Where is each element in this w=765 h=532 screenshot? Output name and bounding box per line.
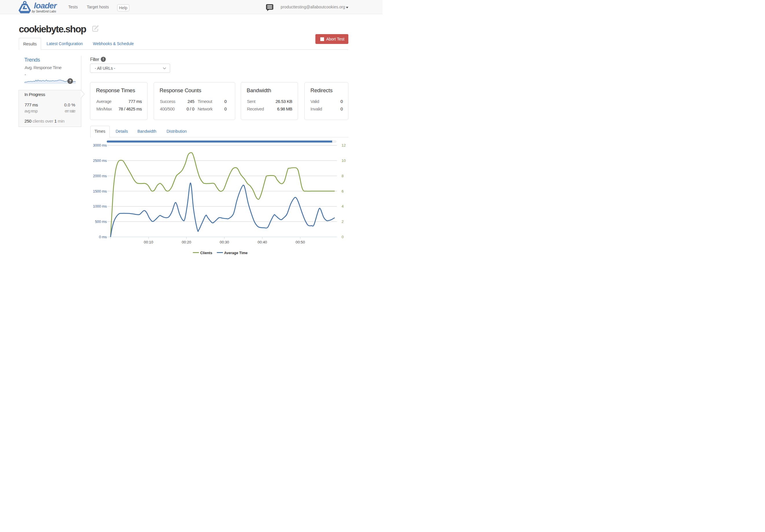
svg-text:2000 ms: 2000 ms — [93, 174, 107, 178]
svg-text:00:50: 00:50 — [296, 240, 305, 244]
svg-text:00:10: 00:10 — [144, 240, 153, 244]
svg-text:2: 2 — [342, 219, 344, 224]
svg-text:3000 ms: 3000 ms — [93, 143, 107, 147]
svg-text:12: 12 — [342, 143, 346, 147]
svg-text:00:30: 00:30 — [220, 240, 229, 244]
svg-text:Clients: Clients — [200, 251, 212, 255]
svg-text:10: 10 — [342, 158, 346, 163]
svg-text:?: ? — [69, 79, 71, 83]
svg-text:0 ms: 0 ms — [99, 235, 107, 239]
svg-text:0: 0 — [342, 235, 344, 239]
svg-text:6: 6 — [342, 189, 344, 193]
svg-text:1000 ms: 1000 ms — [93, 204, 107, 208]
svg-text:2500 ms: 2500 ms — [93, 158, 107, 163]
svg-text:500 ms: 500 ms — [95, 219, 107, 224]
svg-text:00:20: 00:20 — [182, 240, 191, 244]
svg-text:00:40: 00:40 — [258, 240, 267, 244]
svg-text:8: 8 — [342, 174, 344, 178]
svg-text:1500 ms: 1500 ms — [93, 189, 107, 193]
svg-text:4: 4 — [342, 204, 344, 208]
svg-text:!: ! — [103, 57, 104, 61]
svg-text:Average Time: Average Time — [224, 251, 248, 255]
